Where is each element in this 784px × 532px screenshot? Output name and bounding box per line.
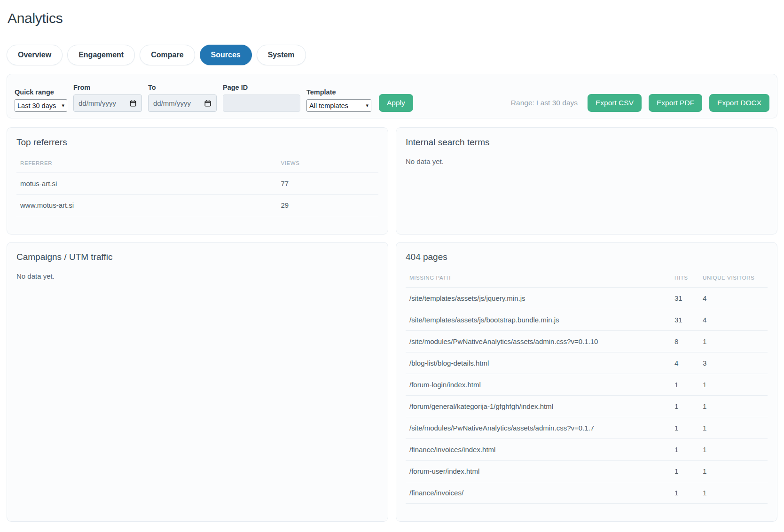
panels-grid: Top referrers REFERRER VIEWS motus-art.s…: [7, 127, 777, 522]
missing-path-row-cell-1: 4: [671, 352, 699, 374]
page-id-input[interactable]: [223, 94, 300, 112]
pages-404-panel: 404 pages MISSING PATH HITS UNIQUE VISIT…: [396, 242, 777, 522]
missing-path-row-cell-0: /finance/invoices/: [406, 482, 671, 503]
missing-path-row: /site/modules/PwNativeAnalytics/assets/a…: [406, 417, 768, 438]
from-date-group: From dd/mm/yyyy: [73, 84, 142, 112]
to-date-placeholder: dd/mm/yyyy: [153, 99, 191, 107]
tab-bar: OverviewEngagementCompareSourcesSystem: [7, 45, 777, 65]
to-date-group: To dd/mm/yyyy: [148, 84, 217, 112]
missing-path-row-cell-0: /forum-user/index.html: [406, 460, 671, 482]
panel-title: 404 pages: [406, 252, 768, 263]
missing-path-row: /site/templates/assets/js/bootstrap.bund…: [406, 309, 768, 330]
quick-range-select[interactable]: Last 30 days: [15, 99, 67, 112]
missing-path-row-cell-2: 3: [699, 352, 768, 374]
column-header-unique-visitors: UNIQUE VISITORS: [699, 268, 768, 288]
quick-range-group: Quick range Last 30 days ▾: [15, 89, 67, 112]
tab-sources[interactable]: Sources: [200, 45, 252, 65]
missing-path-row: /finance/invoices/index.html11: [406, 438, 768, 460]
missing-path-row-cell-2: 1: [699, 395, 768, 417]
table-header-row: REFERRER VIEWS: [16, 154, 378, 173]
empty-state-text: No data yet.: [16, 272, 378, 280]
missing-path-row: /finance/invoices/11: [406, 482, 768, 503]
missing-path-row-cell-0: /blog-list/blog-details.html: [406, 352, 671, 374]
missing-path-row-cell-0: /site/templates/assets/js/bootstrap.bund…: [406, 309, 671, 330]
missing-path-row: /forum-login/index.html11: [406, 374, 768, 395]
missing-path-row-cell-1: 8: [671, 330, 699, 352]
empty-state-text: No data yet.: [406, 157, 768, 165]
referrer-row-cell-0: motus-art.si: [16, 172, 277, 194]
column-header-referrer: REFERRER: [16, 154, 277, 173]
missing-path-row-cell-2: 1: [699, 330, 768, 352]
missing-path-row-cell-0: /site/modules/PwNativeAnalytics/assets/a…: [406, 330, 671, 352]
missing-path-row-cell-2: 4: [699, 309, 768, 330]
referrer-row-cell-0: www.motus-art.si: [16, 194, 277, 216]
missing-path-row-cell-0: /site/modules/PwNativeAnalytics/assets/a…: [406, 417, 671, 438]
table-header-row: MISSING PATH HITS UNIQUE VISITORS: [406, 268, 768, 288]
page-id-label: Page ID: [223, 84, 300, 92]
panel-title: Top referrers: [16, 137, 378, 148]
missing-path-row-cell-0: /forum/general/kategorija-1/gfghfgh/inde…: [406, 395, 671, 417]
column-header-missing-path: MISSING PATH: [406, 268, 671, 288]
missing-path-row-cell-1: 1: [671, 374, 699, 395]
missing-path-row-cell-1: 1: [671, 395, 699, 417]
to-date-input[interactable]: dd/mm/yyyy: [148, 94, 217, 112]
from-date-input[interactable]: dd/mm/yyyy: [73, 94, 142, 112]
missing-path-row-cell-2: 1: [699, 482, 768, 503]
missing-path-row-cell-0: /finance/invoices/index.html: [406, 438, 671, 460]
to-label: To: [148, 84, 217, 92]
missing-path-row-cell-1: 31: [671, 287, 699, 309]
tab-overview[interactable]: Overview: [7, 45, 63, 65]
tab-compare[interactable]: Compare: [140, 45, 195, 65]
template-group: Template All templates ▾: [306, 89, 371, 112]
missing-path-row-cell-1: 1: [671, 482, 699, 503]
referrer-row: www.motus-art.si29: [16, 194, 378, 216]
missing-path-row-cell-1: 1: [671, 438, 699, 460]
referrer-row-cell-1: 77: [277, 172, 378, 194]
panel-title: Internal search terms: [406, 137, 768, 148]
quick-range-label: Quick range: [15, 89, 67, 96]
page-title: Analytics: [8, 10, 777, 26]
calendar-icon[interactable]: [204, 100, 212, 107]
filter-bar: Quick range Last 30 days ▾ From dd/mm/yy…: [7, 74, 777, 118]
export-button-group: Export CSVExport PDFExport DOCX: [588, 94, 769, 112]
missing-path-row-cell-1: 31: [671, 309, 699, 330]
missing-path-row-cell-1: 1: [671, 417, 699, 438]
referrer-row: motus-art.si77: [16, 172, 378, 194]
column-header-views: VIEWS: [277, 154, 378, 173]
missing-path-row-cell-2: 1: [699, 417, 768, 438]
missing-path-row-cell-2: 1: [699, 460, 768, 482]
missing-path-row-cell-0: /site/templates/assets/js/jquery.min.js: [406, 287, 671, 309]
missing-path-row: /site/templates/assets/js/jquery.min.js3…: [406, 287, 768, 309]
referrer-row-cell-1: 29: [277, 194, 378, 216]
tab-system[interactable]: System: [257, 45, 306, 65]
top-referrers-panel: Top referrers REFERRER VIEWS motus-art.s…: [7, 127, 388, 235]
column-header-hits: HITS: [671, 268, 699, 288]
pages-404-table: MISSING PATH HITS UNIQUE VISITORS /site/…: [406, 268, 768, 504]
analytics-page: Analytics OverviewEngagementCompareSourc…: [0, 0, 784, 532]
export-pdf-button[interactable]: Export PDF: [649, 94, 702, 112]
export-csv-button[interactable]: Export CSV: [588, 94, 642, 112]
missing-path-row: /blog-list/blog-details.html43: [406, 352, 768, 374]
template-select[interactable]: All templates: [306, 99, 371, 112]
missing-path-row-cell-2: 1: [699, 438, 768, 460]
missing-path-row-cell-2: 1: [699, 374, 768, 395]
page-id-group: Page ID: [223, 84, 300, 112]
from-date-placeholder: dd/mm/yyyy: [78, 99, 116, 107]
missing-path-row-cell-2: 4: [699, 287, 768, 309]
from-label: From: [73, 84, 142, 92]
missing-path-row-cell-1: 1: [671, 460, 699, 482]
template-label: Template: [306, 89, 371, 96]
missing-path-row: /site/modules/PwNativeAnalytics/assets/a…: [406, 330, 768, 352]
campaigns-panel: Campaigns / UTM traffic No data yet.: [7, 242, 388, 522]
missing-path-row-cell-0: /forum-login/index.html: [406, 374, 671, 395]
panel-title: Campaigns / UTM traffic: [16, 252, 378, 263]
range-summary-text: Range: Last 30 days: [511, 99, 578, 107]
calendar-icon[interactable]: [129, 100, 137, 107]
missing-path-row: /forum-user/index.html11: [406, 460, 768, 482]
top-referrers-table: REFERRER VIEWS motus-art.si77www.motus-a…: [16, 154, 378, 216]
export-docx-button[interactable]: Export DOCX: [709, 94, 769, 112]
apply-button[interactable]: Apply: [379, 94, 413, 112]
tab-engagement[interactable]: Engagement: [67, 45, 135, 65]
missing-path-row: /forum/general/kategorija-1/gfghfgh/inde…: [406, 395, 768, 417]
internal-search-panel: Internal search terms No data yet.: [396, 127, 777, 235]
